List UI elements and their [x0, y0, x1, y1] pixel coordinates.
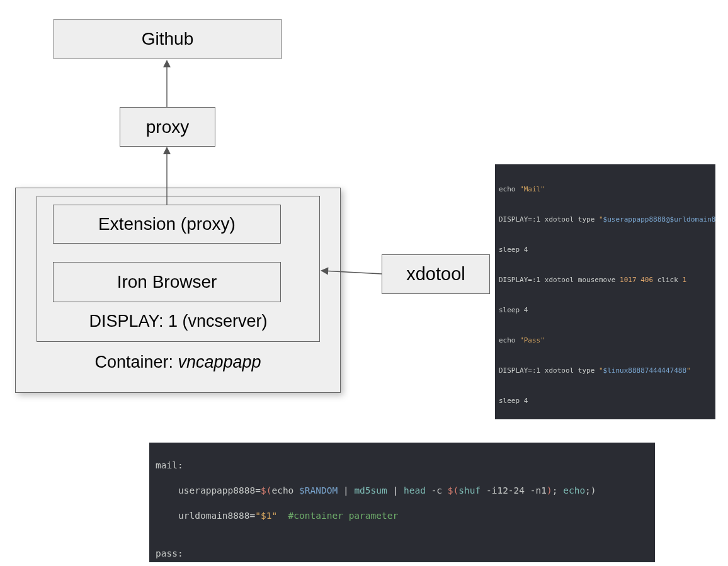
node-proxy: proxy: [120, 107, 215, 147]
code-right-xdotool-script: echo "Mail" DISPLAY=:1 xdotool type "$us…: [495, 164, 715, 419]
node-github: Github: [54, 19, 282, 59]
node-xdotool: xdotool: [382, 254, 490, 294]
node-extension: Extension (proxy): [53, 205, 281, 244]
node-extension-label: Extension (proxy): [98, 214, 236, 234]
node-browser-label: Iron Browser: [117, 272, 217, 292]
code-bottom-vars-script: mail: userappapp8888=$(echo $RANDOM | md…: [149, 443, 655, 562]
node-proxy-label: proxy: [146, 117, 189, 137]
node-xdotool-label: xdotool: [406, 264, 465, 285]
node-github-label: Github: [142, 29, 194, 49]
node-browser: Iron Browser: [53, 262, 281, 302]
display-caption: DISPLAY: 1 (vncserver): [37, 312, 320, 331]
container-caption: Container: vncappapp: [15, 353, 341, 372]
